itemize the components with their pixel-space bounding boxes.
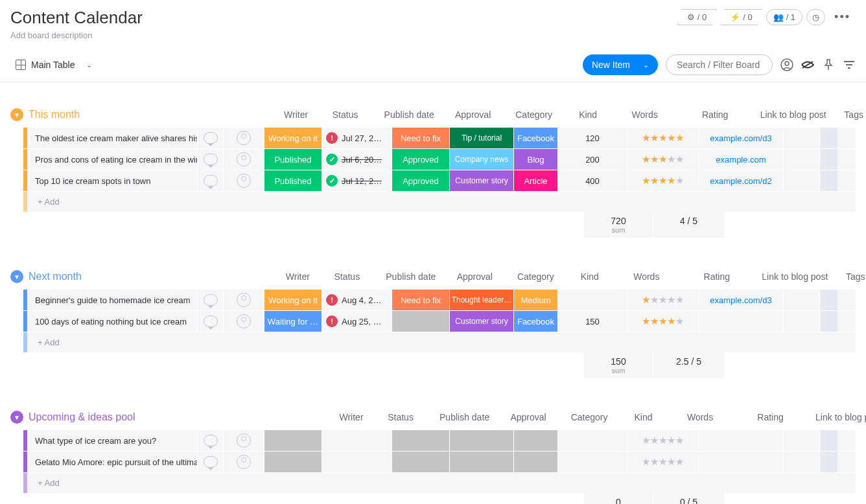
status-cell[interactable]: Published [264, 170, 322, 191]
hide-icon[interactable] [801, 58, 814, 71]
collapse-button[interactable]: ▼ [10, 270, 23, 283]
kind-cell[interactable]: Article [513, 170, 557, 191]
writer-cell[interactable] [223, 128, 264, 148]
more-icon[interactable]: ••• [829, 8, 856, 27]
publish-date-cell[interactable]: !Aug 4, 2… [322, 290, 392, 310]
kind-cell[interactable]: Facebook [513, 128, 557, 148]
column-header[interactable]: Approval [446, 271, 504, 282]
collapse-button[interactable]: ▼ [10, 411, 23, 424]
words-cell[interactable]: 400 [557, 170, 627, 191]
writer-cell[interactable] [223, 290, 264, 310]
column-header[interactable]: Link to blog post [751, 109, 836, 120]
rating-cell[interactable]: ★★★★★ [627, 149, 698, 170]
item-title[interactable]: What type of ice cream are you? [27, 430, 197, 451]
link-cell[interactable]: example.com/d3 [698, 290, 783, 310]
publish-date-cell[interactable] [322, 452, 392, 472]
column-header[interactable]: Approval [500, 412, 557, 422]
search-input[interactable] [666, 54, 773, 75]
table-row[interactable]: 100 days of eating nothing but ice cream… [23, 311, 856, 332]
table-row[interactable]: The oldest ice cream maker alive shares … [23, 128, 856, 149]
group-title[interactable]: Next month [29, 271, 82, 282]
tags-cell[interactable] [783, 311, 819, 332]
column-header[interactable]: Kind [566, 109, 610, 120]
column-header[interactable]: Category [557, 412, 622, 422]
group-title[interactable]: This month [29, 109, 80, 120]
column-header[interactable]: Category [504, 271, 568, 282]
add-row-button[interactable]: + Add [23, 473, 856, 493]
column-header[interactable]: Words [612, 271, 681, 282]
rating-cell[interactable]: ★★★★★ [627, 430, 698, 451]
tags-cell[interactable] [783, 290, 819, 310]
link-cell[interactable]: example.com [698, 149, 783, 170]
kind-cell[interactable] [513, 430, 557, 451]
writer-cell[interactable] [223, 170, 264, 191]
item-title[interactable]: The oldest ice cream maker alive shares … [27, 128, 197, 148]
tags-cell[interactable] [783, 128, 819, 148]
link-cell[interactable]: example.com/d2 [698, 170, 783, 191]
link-cell[interactable] [698, 452, 783, 472]
tags-cell[interactable] [783, 149, 819, 170]
category-cell[interactable]: Thought leader… [449, 290, 513, 310]
status-cell[interactable]: Working on it [264, 290, 322, 310]
publish-date-cell[interactable]: ✓Jul 12, 2… [322, 170, 392, 191]
kind-cell[interactable]: Medium [513, 290, 557, 310]
view-selector[interactable]: Main Table ⌄ [10, 57, 97, 73]
column-header[interactable]: Category [502, 109, 566, 120]
column-header[interactable]: Link to blog post [806, 412, 866, 422]
column-header[interactable]: Kind [622, 412, 666, 422]
column-header[interactable]: Tags [836, 109, 866, 120]
status-cell[interactable] [264, 452, 322, 472]
column-header[interactable]: Writer [277, 271, 318, 282]
table-row[interactable]: Pros and cons of eating ice cream in the… [23, 149, 856, 170]
category-cell[interactable] [449, 452, 513, 472]
activity-button[interactable]: ◷ [806, 9, 825, 25]
tags-cell[interactable] [783, 452, 819, 472]
column-header[interactable]: Rating [735, 412, 806, 422]
filter-icon[interactable] [843, 58, 856, 71]
table-row[interactable]: Beginner's guide to homemade ice cream W… [23, 290, 856, 311]
chat-button[interactable] [197, 430, 223, 451]
publish-date-cell[interactable] [322, 430, 392, 451]
group-title[interactable]: Upcoming & ideas pool [29, 411, 135, 423]
kind-cell[interactable]: Facebook [513, 311, 557, 332]
words-cell[interactable] [557, 452, 627, 472]
page-subtitle[interactable]: Add board description [10, 30, 856, 40]
category-cell[interactable]: Customer story [449, 170, 513, 191]
chat-button[interactable] [197, 128, 223, 148]
chat-button[interactable] [197, 452, 223, 472]
words-cell[interactable] [557, 290, 627, 310]
kind-cell[interactable] [513, 452, 557, 472]
tags-cell[interactable] [783, 430, 819, 451]
item-title[interactable]: Gelato Mio Amore: epic pursuit of the ul… [27, 452, 197, 472]
item-title[interactable]: Top 10 ice cream spots in town [27, 170, 197, 191]
link-cell[interactable] [698, 430, 783, 451]
words-cell[interactable]: 150 [557, 311, 627, 332]
person-icon[interactable] [780, 58, 793, 71]
link-cell[interactable]: example.com/d3 [698, 128, 783, 148]
members-button[interactable]: 👥 / 1 [766, 9, 802, 25]
approval-cell[interactable] [392, 430, 449, 451]
words-cell[interactable]: 120 [557, 128, 627, 148]
chat-button[interactable] [197, 311, 223, 332]
writer-cell[interactable] [223, 430, 264, 451]
column-header[interactable]: Words [610, 109, 679, 120]
link-cell[interactable] [698, 311, 783, 332]
writer-cell[interactable] [223, 452, 264, 472]
words-cell[interactable] [557, 430, 627, 451]
new-item-button[interactable]: New Item ⌄ [583, 54, 658, 75]
collapse-button[interactable]: ▼ [10, 108, 23, 121]
add-row-button[interactable]: + Add [23, 192, 856, 212]
column-header[interactable]: Words [666, 412, 735, 422]
add-row-button[interactable]: + Add [23, 332, 856, 352]
automations-button[interactable]: ⚙ / 0 [677, 9, 716, 25]
writer-cell[interactable] [223, 311, 264, 332]
category-cell[interactable]: Company news [449, 149, 513, 170]
kind-cell[interactable]: Blog [513, 149, 557, 170]
column-header[interactable]: Status [318, 271, 376, 282]
table-row[interactable]: Top 10 ice cream spots in town Published… [23, 170, 856, 192]
column-header[interactable]: Publish date [374, 109, 444, 120]
writer-cell[interactable] [223, 149, 264, 170]
column-header[interactable]: Publish date [376, 271, 446, 282]
approval-cell[interactable]: Approved [392, 149, 449, 170]
column-header[interactable]: Status [372, 412, 430, 422]
